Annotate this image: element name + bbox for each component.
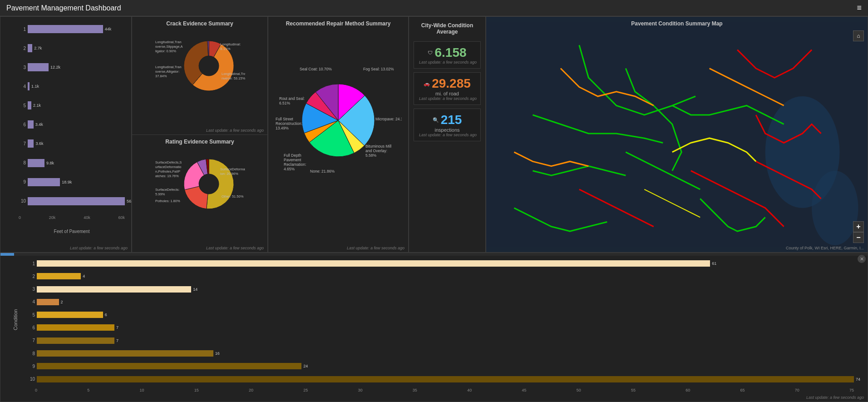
app-title: Pavement Management Dashboard: [6, 4, 121, 12]
svg-text:Seal Coat: 10.70%: Seal Coat: 10.70%: [300, 67, 332, 71]
bar-fill: [28, 101, 31, 109]
bottom-x-tick: 45: [522, 388, 526, 392]
bottom-bar-value: 24: [301, 364, 308, 368]
bottom-x-tick: 65: [740, 388, 745, 392]
bottom-bar-value: 4: [81, 274, 85, 278]
bottom-bar-bg: 14: [37, 286, 854, 293]
svg-text:Fog Seal: 13.02%: Fog Seal: 13.02%: [363, 67, 394, 71]
main-layout: 1 44k 2 2.7k 3 12.2k: [0, 16, 868, 402]
svg-text:Longitudinal,Tra: Longitudinal,Tra: [222, 72, 245, 76]
svg-text:ligator: 0.90%: ligator: 0.90%: [155, 49, 176, 53]
map-home-button[interactable]: ⌂: [853, 30, 864, 41]
svg-text:SurfaceDefects,S: SurfaceDefects,S: [155, 160, 182, 164]
bar-label: 5: [19, 103, 26, 108]
crack-last-update: Last update: a few seconds ago: [206, 128, 264, 133]
bottom-bar-label: 9: [28, 364, 35, 369]
bar-label: 1: [19, 27, 26, 32]
bottom-x-tick: 55: [631, 388, 636, 392]
bottom-bar-value: 2: [59, 300, 63, 304]
svg-text:sverse,Slippage,A: sverse,Slippage,A: [155, 45, 182, 49]
shield-icon: 🛡: [428, 50, 433, 55]
bottom-x-tick: 35: [413, 388, 417, 392]
x-tick: 20k: [49, 215, 56, 220]
bar-bg: 3.4k: [28, 120, 125, 129]
bottom-bar-value: 7: [114, 325, 118, 330]
rating-pie-chart: SurfaceDeformation: 20.96%Other: 51.50%S…: [154, 148, 245, 216]
bar-fill: [28, 120, 34, 129]
svg-text:Bituminous Mill: Bituminous Mill: [365, 144, 391, 149]
bottom-bar-fill: [37, 312, 103, 318]
citywide-title: City-Wide Condition Average: [414, 22, 481, 35]
repair-method-panel: Recommended Repair Method Summary Fog Se…: [268, 16, 409, 253]
search-icon: 🔍: [433, 117, 439, 123]
menu-icon[interactable]: ≡: [857, 3, 862, 13]
svg-text:5.58%: 5.58%: [365, 153, 377, 158]
rating-last-update: Last update: a few seconds ago: [206, 246, 264, 250]
svg-rect-39: [486, 22, 868, 247]
citywide-roads-update: Last update: a few seconds ago: [418, 96, 477, 101]
bottom-bar-row: 10 74: [28, 375, 854, 383]
svg-text:Rout and Seal:: Rout and Seal:: [279, 96, 305, 101]
bar-value: 44k: [103, 27, 112, 31]
map-attribution: County of Polk, WI Esri, HERE, Garmin, I…: [786, 246, 864, 250]
bottom-bar-value: 6: [103, 313, 107, 317]
bottom-bar-chart: Condition 1 61 2 4 3 14: [0, 253, 868, 402]
svg-text:urfaceDeformatio: urfaceDeformatio: [155, 165, 182, 169]
bottom-bar-fill: [37, 299, 59, 305]
svg-text:ion: 20.96%: ion: 20.96%: [220, 172, 238, 176]
bar-label: 7: [19, 141, 26, 146]
bottom-x-tick: 60: [686, 388, 690, 392]
svg-text:Reconstruction:: Reconstruction:: [276, 121, 302, 126]
zoom-in-button[interactable]: +: [853, 221, 864, 232]
header: Pavement Management Dashboard ≡: [0, 0, 868, 16]
bottom-bar-row: 4 2: [28, 298, 854, 306]
bar-label: 2: [19, 46, 26, 51]
bottom-bar-bg: 7: [37, 337, 854, 344]
bar-fill: [28, 178, 60, 186]
bar-value: 18.9k: [60, 180, 72, 184]
rating-evidence-title: Rating Evidence Summary: [136, 139, 264, 145]
bar-row: 3 12.2k: [19, 61, 125, 73]
bar-row: 10 56.8k: [19, 195, 125, 207]
bottom-bar-row: 2 4: [28, 272, 854, 280]
rating-evidence-panel: Rating Evidence Summary SurfaceDeformati…: [132, 135, 267, 253]
inspections-label: inspections: [418, 127, 477, 133]
bottom-bar-value: 16: [213, 351, 220, 356]
bottom-x-ticks: 051015202530354045505560657075: [35, 388, 854, 392]
bottom-bar-label: 8: [28, 351, 35, 356]
bottom-bar-value: 14: [191, 287, 197, 292]
bar-fill: [28, 63, 49, 71]
bottom-x-tick: 5: [87, 388, 89, 392]
svg-text:4.65%: 4.65%: [284, 167, 295, 171]
bottom-bar-row: 1 61: [28, 259, 854, 268]
bottom-bar-fill: [37, 337, 114, 344]
x-axis-ticks: 020k40k60k: [19, 215, 125, 220]
svg-text:Potholes: 1.80%: Potholes: 1.80%: [155, 199, 180, 203]
svg-text:sverse,Alligator:: sverse,Alligator:: [155, 69, 179, 74]
bottom-chart-last-update: Last update: a few seconds ago: [806, 395, 864, 400]
map-background: [486, 17, 868, 252]
bar-row: 5 2.1k: [19, 99, 125, 111]
bottom-x-tick: 0: [35, 388, 37, 392]
svg-text:Full Street: Full Street: [276, 117, 293, 121]
bottom-bar-row: 7 7: [28, 337, 854, 345]
inspections-value: 215: [441, 113, 462, 127]
bottom-x-tick: 75: [849, 388, 854, 392]
bottom-bar-bg: 2: [37, 299, 854, 305]
bottom-bar-fill: [37, 286, 191, 293]
zoom-out-button[interactable]: −: [853, 232, 864, 243]
bottom-bar-fill: [37, 350, 213, 357]
bar-row: 1 44k: [19, 23, 125, 35]
svg-text:5.99%: 5.99%: [155, 192, 165, 196]
bar-value: 2.1k: [31, 103, 41, 108]
citywide-condition-update: Last update: a few seconds ago: [418, 60, 477, 65]
bottom-bar-label: 3: [28, 287, 35, 292]
bottom-bar-value: 7: [114, 338, 118, 343]
citywide-inspections-update: Last update: a few seconds ago: [418, 133, 477, 137]
svg-text:13.49%: 13.49%: [276, 126, 289, 130]
bar-bg: 44k: [28, 25, 125, 33]
svg-text:nverse: 53.15%: nverse: 53.15%: [222, 76, 245, 80]
svg-text:Longitudinal,Tran: Longitudinal,Tran: [155, 65, 182, 69]
bottom-bar-bg: 61: [37, 260, 854, 267]
bar-label: 10: [19, 199, 26, 203]
